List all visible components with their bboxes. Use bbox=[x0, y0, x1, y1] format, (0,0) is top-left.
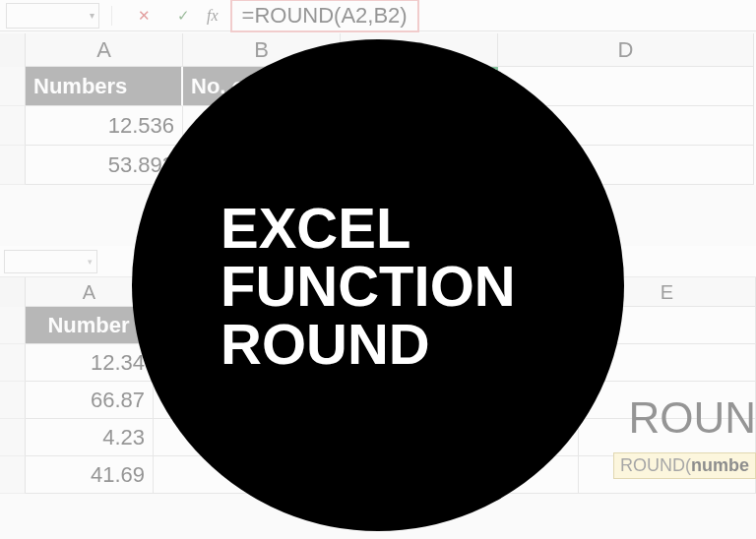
title-line-1: EXCEL bbox=[220, 199, 410, 257]
row-header[interactable] bbox=[0, 307, 26, 344]
cell-a5[interactable]: 41.69 bbox=[26, 456, 154, 494]
cell-a1[interactable]: Numbers bbox=[26, 67, 183, 106]
formula-preview-text: ROUN bbox=[628, 393, 756, 443]
cell-a3[interactable]: 66.87 bbox=[26, 382, 154, 419]
title-line-2: FUNCTION bbox=[220, 257, 516, 315]
corner-cell[interactable] bbox=[0, 277, 26, 307]
accept-icon[interactable]: ✓ bbox=[173, 6, 193, 26]
cell-a4[interactable]: 4.23 bbox=[26, 419, 154, 456]
col-header-a[interactable]: A bbox=[26, 33, 183, 67]
fx-icon[interactable]: fx bbox=[207, 7, 219, 25]
row-header[interactable] bbox=[0, 146, 26, 185]
row-header[interactable] bbox=[0, 106, 26, 146]
name-box-2[interactable] bbox=[4, 250, 97, 273]
corner-cell[interactable] bbox=[0, 33, 26, 67]
formula-input[interactable]: =ROUND(A2,B2) bbox=[230, 0, 419, 32]
function-tooltip: ROUND(numbe bbox=[613, 452, 756, 479]
tooltip-text: ROUND( bbox=[620, 455, 691, 475]
divider bbox=[111, 6, 112, 26]
row-header[interactable] bbox=[0, 67, 26, 106]
row-header[interactable] bbox=[0, 382, 26, 419]
row-header[interactable] bbox=[0, 456, 26, 494]
name-box[interactable] bbox=[6, 3, 99, 29]
formula-bar: ✕ ✓ fx =ROUND(A2,B2) bbox=[0, 0, 756, 31]
title-overlay: EXCEL FUNCTION ROUND bbox=[132, 39, 624, 531]
col-header-d[interactable]: D bbox=[498, 33, 754, 67]
row-header[interactable] bbox=[0, 344, 26, 382]
title-line-3: ROUND bbox=[220, 315, 430, 373]
cell-a2[interactable]: 12.34 bbox=[26, 344, 154, 382]
tooltip-arg: numbe bbox=[691, 455, 749, 475]
cancel-icon[interactable]: ✕ bbox=[134, 6, 154, 26]
row-header[interactable] bbox=[0, 419, 26, 456]
cell-a2[interactable]: 12.536 bbox=[26, 106, 183, 146]
